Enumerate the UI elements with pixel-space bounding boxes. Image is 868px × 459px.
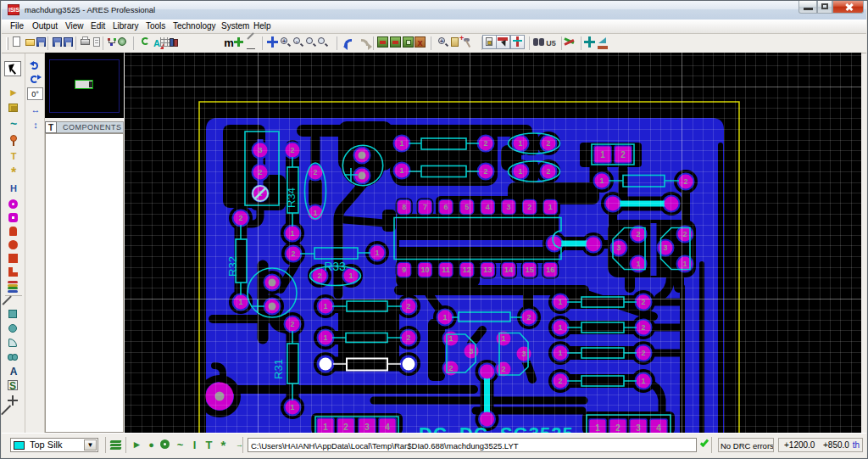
svg-text:1: 1 (323, 302, 327, 311)
svg-text:R31: R31 (272, 359, 285, 379)
svg-text:6: 6 (443, 203, 448, 211)
svg-text:3: 3 (506, 203, 510, 211)
svg-text:R34: R34 (285, 188, 298, 208)
svg-text:2: 2 (406, 333, 410, 342)
svg-text:13: 13 (483, 266, 492, 274)
svg-text:1: 1 (682, 260, 687, 268)
svg-text:2: 2 (527, 203, 531, 211)
svg-text:4: 4 (486, 203, 490, 211)
svg-text:14: 14 (504, 266, 513, 274)
svg-text:1: 1 (313, 209, 317, 217)
svg-text:1: 1 (290, 229, 294, 238)
svg-text:2: 2 (290, 320, 294, 328)
svg-text:15: 15 (526, 266, 534, 274)
svg-text:2: 2 (682, 230, 687, 238)
svg-text:DC DC SG3525: DC DC SG3525 (419, 423, 574, 433)
svg-text:5: 5 (465, 203, 469, 211)
svg-text:2: 2 (620, 150, 626, 160)
svg-text:7: 7 (423, 203, 427, 211)
svg-text:1: 1 (290, 403, 294, 411)
svg-text:2: 2 (406, 302, 410, 311)
svg-text:3: 3 (636, 423, 641, 433)
svg-text:3: 3 (663, 243, 667, 252)
svg-text:2: 2 (683, 177, 687, 186)
svg-text:1: 1 (600, 150, 605, 160)
svg-text:1: 1 (323, 333, 327, 342)
svg-text:9: 9 (402, 266, 406, 274)
svg-text:2: 2 (501, 365, 505, 373)
svg-text:8: 8 (402, 203, 406, 211)
svg-text:16: 16 (546, 266, 554, 274)
svg-text:1: 1 (348, 271, 353, 280)
svg-text:2: 2 (238, 214, 242, 222)
svg-text:2: 2 (448, 364, 453, 372)
svg-text:1: 1 (399, 166, 403, 175)
svg-text:1: 1 (375, 249, 379, 257)
svg-text:2: 2 (317, 271, 321, 280)
svg-text:1: 1 (595, 423, 600, 433)
svg-text:1: 1 (548, 203, 553, 211)
svg-text:1: 1 (599, 176, 604, 185)
